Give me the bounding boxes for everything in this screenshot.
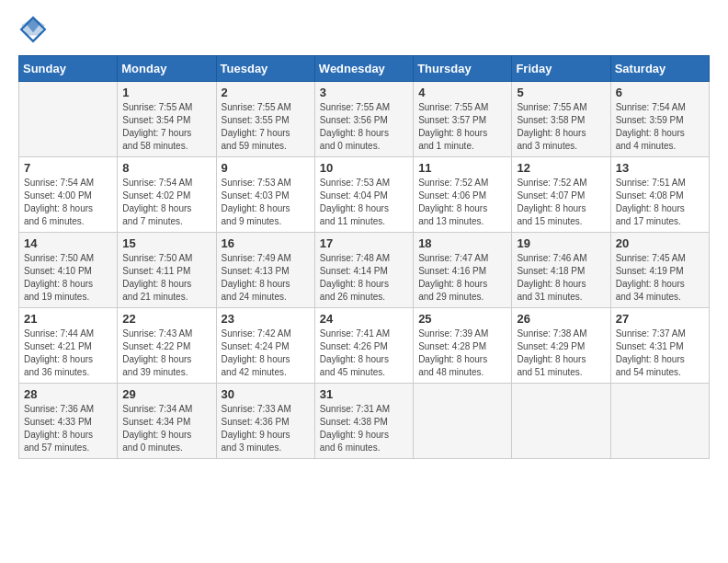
cell-content: Sunrise: 7:50 AM Sunset: 4:11 PM Dayligh… <box>122 252 210 304</box>
calendar-body: 1Sunrise: 7:55 AM Sunset: 3:54 PM Daylig… <box>19 82 710 459</box>
day-number: 1 <box>122 86 210 99</box>
calendar-cell: 22Sunrise: 7:43 AM Sunset: 4:22 PM Dayli… <box>118 308 216 384</box>
calendar-cell: 27Sunrise: 7:37 AM Sunset: 4:31 PM Dayli… <box>610 308 709 384</box>
calendar-cell <box>414 384 512 459</box>
calendar-cell: 17Sunrise: 7:48 AM Sunset: 4:14 PM Dayli… <box>314 233 413 308</box>
calendar-cell: 24Sunrise: 7:41 AM Sunset: 4:26 PM Dayli… <box>314 308 413 384</box>
cell-content: Sunrise: 7:37 AM Sunset: 4:31 PM Dayligh… <box>616 327 704 379</box>
day-number: 19 <box>517 236 605 250</box>
day-number: 25 <box>418 312 506 326</box>
day-number: 29 <box>122 387 210 401</box>
day-number: 21 <box>24 312 112 326</box>
week-row-4: 21Sunrise: 7:44 AM Sunset: 4:21 PM Dayli… <box>19 308 710 384</box>
week-row-2: 7Sunrise: 7:54 AM Sunset: 4:00 PM Daylig… <box>19 157 710 233</box>
cell-content: Sunrise: 7:46 AM Sunset: 4:18 PM Dayligh… <box>517 252 605 304</box>
calendar-cell <box>512 384 610 459</box>
cell-content: Sunrise: 7:47 AM Sunset: 4:16 PM Dayligh… <box>418 252 506 304</box>
day-number: 13 <box>616 161 704 175</box>
cell-content: Sunrise: 7:33 AM Sunset: 4:36 PM Dayligh… <box>222 403 310 454</box>
cell-content: Sunrise: 7:43 AM Sunset: 4:22 PM Dayligh… <box>122 327 210 379</box>
day-number: 17 <box>320 236 408 250</box>
cell-content: Sunrise: 7:54 AM Sunset: 3:59 PM Dayligh… <box>616 101 704 153</box>
header-tuesday: Tuesday <box>216 56 314 82</box>
week-row-5: 28Sunrise: 7:36 AM Sunset: 4:33 PM Dayli… <box>19 384 710 459</box>
calendar-cell: 3Sunrise: 7:55 AM Sunset: 3:56 PM Daylig… <box>314 82 413 157</box>
day-number: 14 <box>24 236 112 250</box>
calendar-table: SundayMondayTuesdayWednesdayThursdayFrid… <box>18 55 710 459</box>
calendar-cell: 13Sunrise: 7:51 AM Sunset: 4:08 PM Dayli… <box>610 157 709 233</box>
cell-content: Sunrise: 7:52 AM Sunset: 4:07 PM Dayligh… <box>517 177 605 228</box>
calendar-cell: 6Sunrise: 7:54 AM Sunset: 3:59 PM Daylig… <box>610 82 709 157</box>
header-monday: Monday <box>118 56 216 82</box>
day-number: 2 <box>222 86 310 99</box>
calendar-cell <box>19 82 118 157</box>
day-number: 16 <box>222 236 310 250</box>
calendar-cell <box>610 384 709 459</box>
page-header <box>18 15 710 44</box>
logo <box>18 15 51 44</box>
cell-content: Sunrise: 7:45 AM Sunset: 4:19 PM Dayligh… <box>616 252 704 304</box>
cell-content: Sunrise: 7:44 AM Sunset: 4:21 PM Dayligh… <box>24 327 112 379</box>
calendar-cell: 18Sunrise: 7:47 AM Sunset: 4:16 PM Dayli… <box>414 233 512 308</box>
day-number: 10 <box>320 161 408 175</box>
week-row-1: 1Sunrise: 7:55 AM Sunset: 3:54 PM Daylig… <box>19 82 710 157</box>
calendar-cell: 8Sunrise: 7:54 AM Sunset: 4:02 PM Daylig… <box>118 157 216 233</box>
calendar-cell: 2Sunrise: 7:55 AM Sunset: 3:55 PM Daylig… <box>216 82 314 157</box>
cell-content: Sunrise: 7:54 AM Sunset: 4:02 PM Dayligh… <box>122 177 210 228</box>
day-number: 11 <box>418 161 506 175</box>
cell-content: Sunrise: 7:38 AM Sunset: 4:29 PM Dayligh… <box>517 327 605 379</box>
header-saturday: Saturday <box>610 56 709 82</box>
cell-content: Sunrise: 7:48 AM Sunset: 4:14 PM Dayligh… <box>320 252 408 304</box>
calendar-cell: 31Sunrise: 7:31 AM Sunset: 4:38 PM Dayli… <box>314 384 413 459</box>
calendar-cell: 25Sunrise: 7:39 AM Sunset: 4:28 PM Dayli… <box>414 308 512 384</box>
week-row-3: 14Sunrise: 7:50 AM Sunset: 4:10 PM Dayli… <box>19 233 710 308</box>
calendar-cell: 14Sunrise: 7:50 AM Sunset: 4:10 PM Dayli… <box>19 233 118 308</box>
calendar-cell: 20Sunrise: 7:45 AM Sunset: 4:19 PM Dayli… <box>610 233 709 308</box>
day-number: 6 <box>616 86 704 99</box>
day-number: 27 <box>616 312 704 326</box>
cell-content: Sunrise: 7:55 AM Sunset: 3:57 PM Dayligh… <box>418 101 506 153</box>
day-number: 3 <box>320 86 408 99</box>
calendar-cell: 30Sunrise: 7:33 AM Sunset: 4:36 PM Dayli… <box>216 384 314 459</box>
cell-content: Sunrise: 7:50 AM Sunset: 4:10 PM Dayligh… <box>24 252 112 304</box>
day-number: 23 <box>222 312 310 326</box>
cell-content: Sunrise: 7:55 AM Sunset: 3:54 PM Dayligh… <box>122 101 210 153</box>
day-number: 28 <box>24 387 112 401</box>
day-number: 15 <box>122 236 210 250</box>
day-number: 20 <box>616 236 704 250</box>
calendar-cell: 23Sunrise: 7:42 AM Sunset: 4:24 PM Dayli… <box>216 308 314 384</box>
header-wednesday: Wednesday <box>314 56 413 82</box>
cell-content: Sunrise: 7:36 AM Sunset: 4:33 PM Dayligh… <box>24 403 112 454</box>
cell-content: Sunrise: 7:55 AM Sunset: 3:58 PM Dayligh… <box>517 101 605 153</box>
day-number: 8 <box>122 161 210 175</box>
calendar-header-row: SundayMondayTuesdayWednesdayThursdayFrid… <box>19 56 710 82</box>
day-number: 12 <box>517 161 605 175</box>
cell-content: Sunrise: 7:34 AM Sunset: 4:34 PM Dayligh… <box>122 403 210 454</box>
day-number: 24 <box>320 312 408 326</box>
cell-content: Sunrise: 7:51 AM Sunset: 4:08 PM Dayligh… <box>616 177 704 228</box>
cell-content: Sunrise: 7:52 AM Sunset: 4:06 PM Dayligh… <box>418 177 506 228</box>
day-number: 4 <box>418 86 506 99</box>
day-number: 30 <box>222 387 310 401</box>
logo-icon <box>18 15 48 44</box>
calendar-cell: 15Sunrise: 7:50 AM Sunset: 4:11 PM Dayli… <box>118 233 216 308</box>
cell-content: Sunrise: 7:41 AM Sunset: 4:26 PM Dayligh… <box>320 327 408 379</box>
cell-content: Sunrise: 7:55 AM Sunset: 3:56 PM Dayligh… <box>320 101 408 153</box>
calendar-cell: 5Sunrise: 7:55 AM Sunset: 3:58 PM Daylig… <box>512 82 610 157</box>
day-number: 9 <box>222 161 310 175</box>
day-number: 5 <box>517 86 605 99</box>
cell-content: Sunrise: 7:53 AM Sunset: 4:04 PM Dayligh… <box>320 177 408 228</box>
calendar-cell: 28Sunrise: 7:36 AM Sunset: 4:33 PM Dayli… <box>19 384 118 459</box>
calendar-cell: 1Sunrise: 7:55 AM Sunset: 3:54 PM Daylig… <box>118 82 216 157</box>
calendar-cell: 9Sunrise: 7:53 AM Sunset: 4:03 PM Daylig… <box>216 157 314 233</box>
calendar-cell: 16Sunrise: 7:49 AM Sunset: 4:13 PM Dayli… <box>216 233 314 308</box>
cell-content: Sunrise: 7:53 AM Sunset: 4:03 PM Dayligh… <box>222 177 310 228</box>
cell-content: Sunrise: 7:31 AM Sunset: 4:38 PM Dayligh… <box>320 403 408 454</box>
calendar-cell: 12Sunrise: 7:52 AM Sunset: 4:07 PM Dayli… <box>512 157 610 233</box>
header-thursday: Thursday <box>414 56 512 82</box>
calendar-cell: 10Sunrise: 7:53 AM Sunset: 4:04 PM Dayli… <box>314 157 413 233</box>
header-friday: Friday <box>512 56 610 82</box>
cell-content: Sunrise: 7:49 AM Sunset: 4:13 PM Dayligh… <box>222 252 310 304</box>
day-number: 7 <box>24 161 112 175</box>
cell-content: Sunrise: 7:55 AM Sunset: 3:55 PM Dayligh… <box>222 101 310 153</box>
